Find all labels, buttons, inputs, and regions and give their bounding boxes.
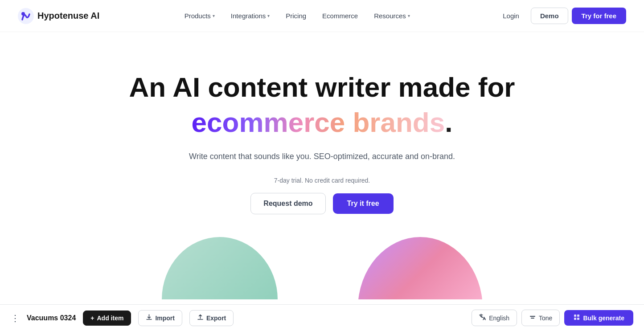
chevron-down-icon: ▾: [213, 13, 215, 18]
logo-icon: [18, 8, 34, 24]
nav-item-products[interactable]: Products ▾: [177, 8, 222, 23]
try-it-free-button[interactable]: Try it free: [333, 193, 394, 214]
hero-trial-note: 7-day trial. No credit card required.: [274, 177, 370, 184]
request-demo-button[interactable]: Request demo: [250, 193, 325, 214]
hero-blobs: [0, 237, 644, 299]
hero-subtext: Write content that sounds like you. SEO-…: [189, 150, 455, 163]
login-button[interactable]: Login: [495, 8, 527, 23]
svg-point-1: [21, 12, 25, 16]
chevron-down-icon: ▾: [408, 13, 410, 18]
demo-button[interactable]: Demo: [531, 8, 568, 24]
hero-cta-row: Request demo Try it free: [250, 193, 393, 214]
try-for-free-button[interactable]: Try for free: [572, 8, 626, 24]
hero-brands-word: brands: [345, 107, 445, 138]
blob-left: [162, 237, 278, 299]
hero-dot: .: [445, 107, 452, 138]
hero-ecommerce-word: ecommerce: [192, 107, 345, 138]
hero-headline-line1: An AI content writer made for: [129, 72, 515, 102]
nav-item-ecommerce[interactable]: Ecommerce: [315, 8, 365, 23]
blob-right: [358, 237, 483, 299]
brand-name: Hypotenuse AI: [37, 11, 99, 21]
hero-headline-line2: ecommerce brands.: [192, 106, 453, 139]
logo-link[interactable]: Hypotenuse AI: [18, 8, 99, 24]
nav-actions: Login Demo Try for free: [495, 8, 626, 24]
nav-item-pricing[interactable]: Pricing: [279, 8, 313, 23]
nav-item-integrations[interactable]: Integrations ▾: [224, 8, 277, 23]
nav-item-resources[interactable]: Resources ▾: [367, 8, 417, 23]
navbar: Hypotenuse AI Products ▾ Integrations ▾ …: [0, 0, 644, 32]
hero-section: An AI content writer made for ecommerce …: [0, 32, 644, 299]
nav-links: Products ▾ Integrations ▾ Pricing Ecomme…: [177, 8, 417, 23]
chevron-down-icon: ▾: [267, 13, 270, 18]
